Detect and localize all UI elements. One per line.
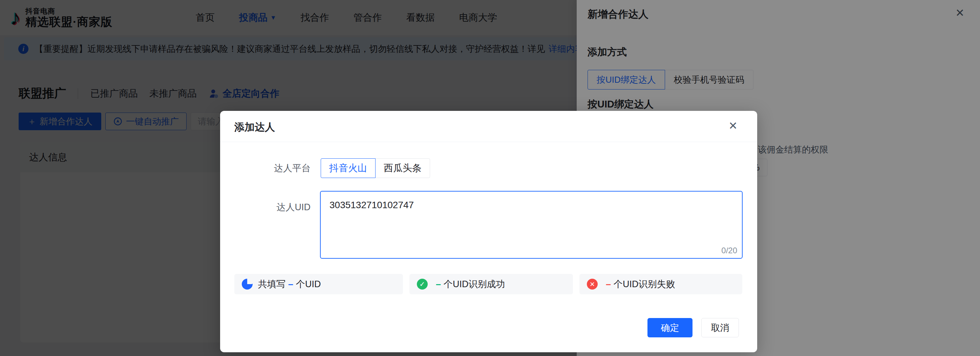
pie-chart-icon (242, 279, 253, 289)
stat-recognize-success: ✓ – 个UID识别成功 (409, 274, 573, 294)
uid-stats-row: 共填写 – 个UID ✓ – 个UID识别成功 ✕ – 个UID识别失败 (234, 274, 742, 294)
uid-row: 达人UID 3035132710102747 0/20 (220, 191, 743, 259)
stat-total-value: – (288, 279, 293, 289)
screen: ♪ 抖音电商 精选联盟·商家版 首页 投商品 ▼ 找合作 管合作 看数据 电商大… (0, 0, 980, 356)
error-circle-icon: ✕ (587, 279, 598, 289)
modal-header: 添加达人 ✕ (220, 111, 757, 142)
platform-tabs: 抖音火山 西瓜头条 (321, 158, 430, 178)
platform-row: 达人平台 抖音火山 西瓜头条 (220, 158, 430, 178)
stat-fail-value: – (606, 279, 611, 289)
modal-footer: 确定 取消 (648, 318, 739, 337)
platform-tab-xigua-toutiao[interactable]: 西瓜头条 (375, 158, 430, 178)
modal-title: 添加达人 (234, 120, 275, 134)
add-talent-modal: 添加达人 ✕ 达人平台 抖音火山 西瓜头条 达人UID 303513271010… (220, 111, 757, 352)
uid-label: 达人UID (220, 191, 310, 213)
check-circle-icon: ✓ (417, 279, 428, 289)
uid-char-counter: 0/20 (721, 246, 737, 255)
platform-label: 达人平台 (220, 162, 310, 174)
stat-success-value: – (436, 279, 441, 289)
uid-input-wrapper: 3035132710102747 0/20 (320, 191, 743, 259)
confirm-button[interactable]: 确定 (648, 318, 692, 337)
platform-tab-douyin-huoshan[interactable]: 抖音火山 (321, 158, 375, 178)
stat-recognize-fail: ✕ – 个UID识别失败 (579, 274, 742, 294)
uid-textarea[interactable]: 3035132710102747 (320, 191, 743, 259)
modal-close-icon[interactable]: ✕ (729, 120, 738, 131)
cancel-button[interactable]: 取消 (701, 318, 739, 337)
stat-total-filled: 共填写 – 个UID (234, 274, 403, 294)
